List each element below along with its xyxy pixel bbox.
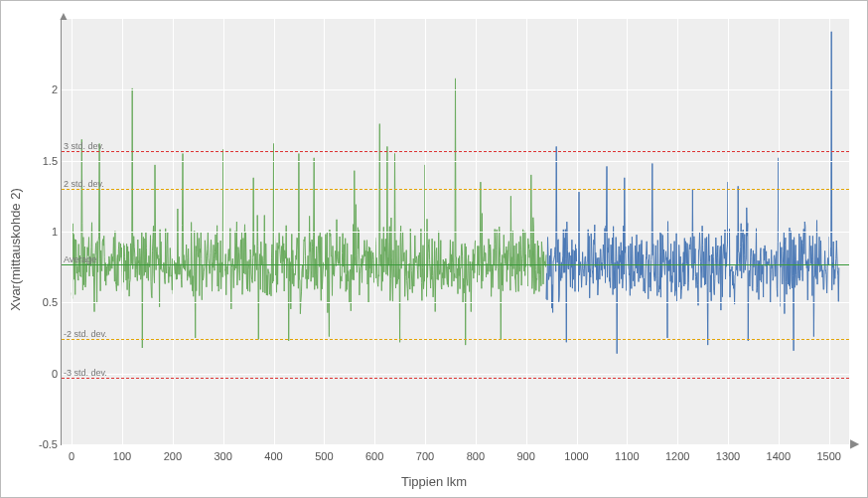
ref-line xyxy=(62,378,849,379)
x-tick: 100 xyxy=(113,450,131,462)
x-tick: 300 xyxy=(214,450,231,462)
y-tick: -0.5 xyxy=(28,438,58,450)
x-tick: 1500 xyxy=(816,450,840,462)
ref-line-label: Average xyxy=(64,254,96,264)
x-tick: 900 xyxy=(516,450,534,462)
ref-line-label: -2 std. dev. xyxy=(64,329,107,339)
ref-line-label: 2 std. dev. xyxy=(64,179,104,189)
ref-line xyxy=(62,151,849,152)
axis-arrow-right-icon: ▶ xyxy=(850,436,859,450)
x-tick: 200 xyxy=(164,450,182,462)
chart-frame: Xvar(mittauskohde 2) Tippien lkm ▲ ▶ -0.… xyxy=(0,0,868,498)
x-tick: 700 xyxy=(416,450,434,462)
x-tick: 0 xyxy=(69,450,74,462)
y-tick: 0 xyxy=(28,368,58,380)
x-tick: 1100 xyxy=(615,450,639,462)
x-axis-label: Tippien lkm xyxy=(401,474,467,489)
y-tick: 1.5 xyxy=(28,155,58,167)
x-tick: 1000 xyxy=(564,450,588,462)
y-tick: 2 xyxy=(28,83,58,95)
series-series-b xyxy=(546,32,839,354)
ref-line xyxy=(62,264,849,265)
x-tick: 1300 xyxy=(716,450,740,462)
x-tick: 1400 xyxy=(767,450,791,462)
x-tick: 400 xyxy=(264,450,282,462)
plot-area: ▲ ▶ -0.500.511.5201002003004005006007008… xyxy=(61,19,849,445)
y-tick: 1 xyxy=(28,226,58,238)
x-tick: 500 xyxy=(315,450,333,462)
ref-line-label: -3 std. dev. xyxy=(64,368,107,378)
x-tick: 800 xyxy=(467,450,485,462)
ref-line-label: 3 std. dev. xyxy=(64,141,104,151)
y-axis-label: Xvar(mittauskohde 2) xyxy=(8,188,23,311)
x-tick: 1200 xyxy=(665,450,689,462)
ref-line xyxy=(62,339,849,340)
y-tick: 0.5 xyxy=(28,296,58,308)
x-tick: 600 xyxy=(365,450,383,462)
ref-line xyxy=(62,189,849,190)
